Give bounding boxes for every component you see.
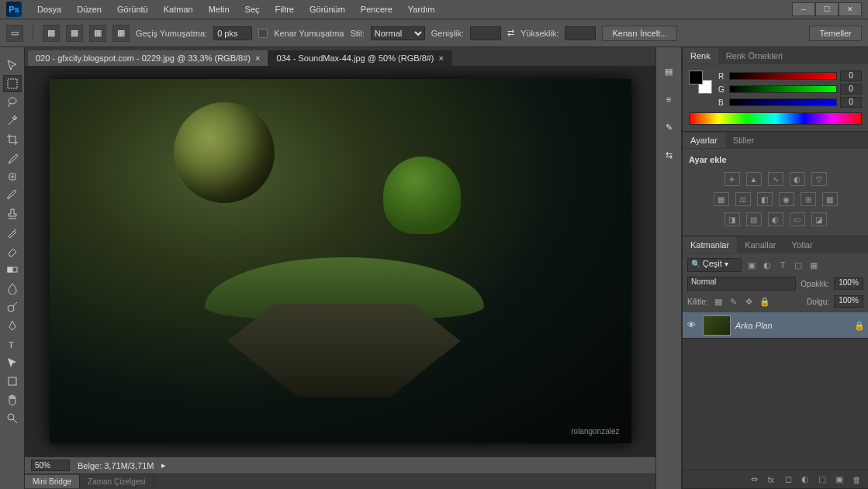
blur-tool[interactable] [3,280,22,297]
layers-tab[interactable]: Katmanlar [683,237,737,253]
link-layers-icon[interactable]: ⇔ [749,474,759,485]
workspace-button[interactable]: Temeller [809,26,862,41]
subtract-selection-icon[interactable]: ▦ [89,25,106,42]
balance-icon[interactable]: ⚖ [735,192,751,206]
gradient-tool[interactable] [3,261,22,278]
paths-tab[interactable]: Yollar [784,237,821,253]
brightness-icon[interactable]: ☀ [724,172,740,186]
lock-all-icon[interactable]: 🔒 [759,296,770,307]
chevron-right-icon[interactable]: ▸ [161,460,166,470]
lock-transparency-icon[interactable]: ▦ [713,296,724,307]
styles-tab[interactable]: Stiller [725,133,763,148]
color-swatch[interactable] [689,71,712,94]
wand-tool[interactable] [3,112,22,129]
brush-panel-icon[interactable]: ✎ [660,119,677,136]
close-tab-icon[interactable]: × [255,53,260,63]
filter-smart-icon[interactable]: ▦ [808,260,819,270]
healing-tool[interactable] [3,168,22,185]
blend-mode-select[interactable]: Normal [687,277,796,291]
height-input[interactable] [565,26,596,40]
minimize-button[interactable]: ─ [792,2,815,16]
channels-tab[interactable]: Kanallar [737,237,783,253]
new-fill-icon[interactable]: ◐ [800,474,811,485]
filter-type-icon[interactable]: T [777,260,788,270]
r-slider[interactable] [729,72,837,80]
shape-tool[interactable] [3,373,22,390]
menu-select[interactable]: Seç [239,2,266,17]
intersect-selection-icon[interactable]: ▦ [112,25,130,42]
new-selection-icon[interactable]: ▦ [43,25,60,42]
feather-input[interactable] [213,26,252,40]
layer-name[interactable]: Arka Plan [735,321,849,330]
history-panel-icon[interactable]: ▤ [660,63,677,80]
foreground-color[interactable] [689,71,703,84]
move-tool[interactable] [3,57,22,74]
lasso-tool[interactable] [3,94,22,111]
selective-icon[interactable]: ◪ [811,212,827,226]
gradient-map-icon[interactable]: ▭ [790,212,805,226]
menu-image[interactable]: Görüntü [111,2,154,17]
layer-filter-select[interactable]: 🔍 Çeşit ▾ [687,258,742,272]
marquee-tool[interactable] [3,75,22,92]
posterize-icon[interactable]: ▤ [746,212,762,226]
menu-type[interactable]: Metin [202,2,236,17]
pen-tool[interactable] [3,317,22,334]
zoom-input[interactable] [31,460,70,471]
document-tab-0[interactable]: 020 - gfxcity.blogspot.com - 0229.jpg @ … [28,50,268,66]
new-group-icon[interactable]: ▢ [817,474,828,485]
b-value[interactable]: 0 [840,97,862,108]
style-select[interactable]: Normal [371,26,425,40]
path-tool[interactable] [3,354,22,371]
threshold-icon[interactable]: ◐ [768,212,783,226]
close-tab-icon[interactable]: × [439,53,444,63]
layer-thumbnail[interactable] [703,315,731,336]
width-input[interactable] [470,26,501,40]
brush-tool[interactable] [3,187,22,204]
swatches-tab[interactable]: Renk Örnekleri [718,48,790,64]
document-tab-1[interactable]: 034 - SoundMax-44.jpg @ 50% (RGB/8#)× [268,50,452,66]
dodge-tool[interactable] [3,298,22,315]
menu-help[interactable]: Yardım [402,2,441,17]
add-selection-icon[interactable]: ▦ [66,25,83,42]
layer-style-icon[interactable]: fx [766,474,776,485]
delete-layer-icon[interactable]: 🗑 [851,474,862,485]
zoom-tool[interactable] [3,410,22,427]
bw-icon[interactable]: ◧ [757,192,773,206]
channel-mixer-icon[interactable]: ⊞ [801,192,816,206]
photo-filter-icon[interactable]: ◉ [779,192,794,206]
vibrance-icon[interactable]: ▽ [811,172,827,186]
exposure-icon[interactable]: ◐ [790,172,805,186]
filter-shape-icon[interactable]: ▢ [793,260,804,270]
menu-layer[interactable]: Katman [157,2,199,17]
hue-icon[interactable]: ▦ [714,192,729,206]
lookup-icon[interactable]: ▦ [822,192,838,206]
color-spectrum[interactable] [689,112,862,125]
close-button[interactable]: ✕ [839,2,862,16]
adjustments-tab[interactable]: Ayarlar [683,133,725,148]
lock-position-icon[interactable]: ✥ [744,296,755,307]
visibility-icon[interactable]: 👁 [687,320,698,331]
refine-edge-button[interactable]: Kenarı İncelt... [602,26,677,41]
crop-tool[interactable] [3,131,22,148]
properties-panel-icon[interactable]: ≡ [660,91,677,108]
levels-icon[interactable]: ▲ [746,172,762,186]
filter-adjust-icon[interactable]: ◐ [762,260,773,270]
stamp-tool[interactable] [3,205,22,222]
layer-row[interactable]: 👁 Arka Plan 🔒 [683,312,868,339]
curves-icon[interactable]: ∿ [768,172,783,186]
eraser-tool[interactable] [3,243,22,260]
invert-icon[interactable]: ◨ [724,212,740,226]
history-brush-tool[interactable] [3,224,22,241]
canvas[interactable]: rolangonzalez [50,79,631,443]
color-tab[interactable]: Renk [683,48,718,64]
menu-window[interactable]: Pencere [354,2,399,17]
maximize-button[interactable]: ☐ [815,2,839,16]
tool-preset-icon[interactable]: ▭ [6,25,23,42]
menu-filter[interactable]: Filtre [269,2,300,17]
menu-view[interactable]: Görünüm [303,2,351,17]
hand-tool[interactable] [3,391,22,408]
layer-mask-icon[interactable]: ◻ [783,474,794,485]
opacity-value[interactable]: 100% [834,277,863,290]
g-value[interactable]: 0 [840,84,862,95]
paragraph-panel-icon[interactable]: ⇆ [660,146,677,164]
